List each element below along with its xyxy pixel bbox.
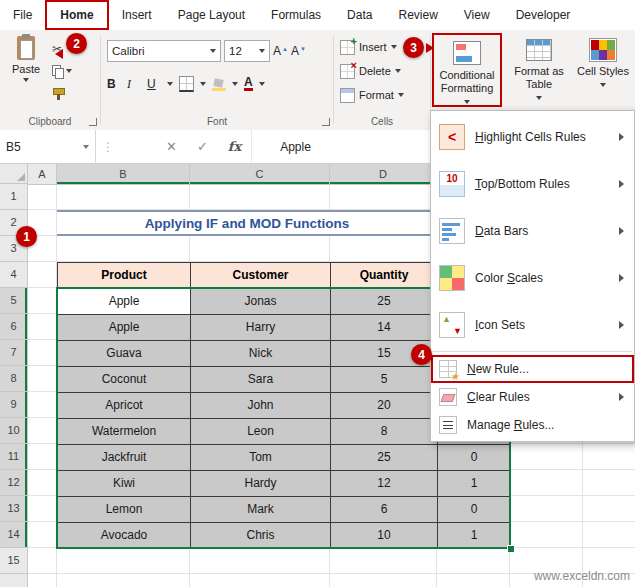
table-header-product[interactable]: Product <box>58 263 191 289</box>
tab-developer[interactable]: Developer <box>503 2 584 28</box>
menu-item-color-scales[interactable]: Color Scales <box>431 254 634 301</box>
tab-review[interactable]: Review <box>385 2 450 28</box>
cell[interactable]: Jackfruit <box>58 445 191 471</box>
fill-handle[interactable] <box>507 545 515 553</box>
row-header-10[interactable]: 10 <box>0 418 27 444</box>
table-header-quantity[interactable]: Quantity <box>331 263 438 289</box>
annotation-step-2: 2 <box>66 33 87 54</box>
select-all-corner[interactable] <box>0 164 28 184</box>
tab-formulas[interactable]: Formulas <box>258 2 334 28</box>
cell[interactable]: 20 <box>331 393 438 419</box>
font-size-select[interactable]: 12 <box>224 40 270 62</box>
font-name-select[interactable]: Calibri <box>107 40 221 62</box>
menu-item-highlight-cells-rules[interactable]: Highlight Cells Rules <box>431 113 634 160</box>
cell[interactable]: 10 <box>331 523 438 549</box>
clipboard-dialog-launcher-icon[interactable] <box>89 118 97 126</box>
row-header-15[interactable]: 15 <box>0 548 27 574</box>
tab-insert[interactable]: Insert <box>109 2 165 28</box>
cancel-icon[interactable]: ✕ <box>156 139 187 154</box>
cell[interactable]: Harry <box>191 315 331 341</box>
cell[interactable]: 25 <box>331 445 438 471</box>
borders-icon[interactable] <box>179 76 194 92</box>
cell[interactable]: 1 <box>438 471 511 497</box>
row-header-9[interactable]: 9 <box>0 392 27 418</box>
tab-page-layout[interactable]: Page Layout <box>165 2 258 28</box>
underline-button[interactable]: U <box>147 77 161 91</box>
increase-font-size-button[interactable]: A <box>273 44 288 58</box>
cell[interactable]: Avocado <box>58 523 191 549</box>
decrease-font-size-button[interactable]: A <box>291 44 306 58</box>
cell[interactable]: Sara <box>191 367 331 393</box>
row-header-6[interactable]: 6 <box>0 314 27 340</box>
cell[interactable]: Apricot <box>58 393 191 419</box>
name-box[interactable]: B5 <box>0 130 96 163</box>
row-header-4[interactable]: 4 <box>0 262 27 288</box>
row-header-12[interactable]: 12 <box>0 470 27 496</box>
conditional-formatting-button[interactable]: Conditional Formatting <box>432 33 502 107</box>
column-header-a[interactable]: A <box>28 164 57 184</box>
cell[interactable]: Nick <box>191 341 331 367</box>
row-header-1[interactable]: 1 <box>0 184 27 210</box>
italic-button[interactable]: I <box>127 77 141 92</box>
row-header-5[interactable]: 5 <box>0 288 27 314</box>
cell[interactable]: Hardy <box>191 471 331 497</box>
cell[interactable]: Tom <box>191 445 331 471</box>
insert-function-icon[interactable]: fx <box>218 139 251 154</box>
tab-home[interactable]: Home <box>45 0 108 30</box>
fill-color-icon[interactable] <box>212 78 226 91</box>
menu-item-new-rule[interactable]: New Rule... <box>431 355 634 383</box>
format-cells-button[interactable]: Format <box>340 86 404 104</box>
cell[interactable]: Lemon <box>58 497 191 523</box>
insert-cells-button[interactable]: Insert <box>340 38 397 56</box>
cell[interactable]: Kiwi <box>58 471 191 497</box>
cell[interactable]: Guava <box>58 341 191 367</box>
enter-icon[interactable]: ✓ <box>187 139 218 154</box>
row-header-14[interactable]: 14 <box>0 522 27 548</box>
cell[interactable]: 0 <box>438 497 511 523</box>
cell[interactable]: Leon <box>191 419 331 445</box>
font-dialog-launcher-icon[interactable] <box>322 118 330 126</box>
menu-item-clear-rules[interactable]: Clear Rules <box>431 383 634 411</box>
cell[interactable]: 0 <box>438 445 511 471</box>
column-header-d[interactable]: D <box>330 164 437 184</box>
cell[interactable]: Coconut <box>58 367 191 393</box>
cell[interactable]: Watermelon <box>58 419 191 445</box>
tab-data[interactable]: Data <box>334 2 385 28</box>
menu-item-data-bars[interactable]: Data Bars <box>431 207 634 254</box>
cell[interactable]: 5 <box>331 367 438 393</box>
format-painter-button[interactable] <box>52 84 92 102</box>
paste-button[interactable]: Paste <box>8 36 44 106</box>
tab-view[interactable]: View <box>451 2 503 28</box>
cell[interactable]: 1 <box>438 523 511 549</box>
tab-file[interactable]: File <box>0 2 45 28</box>
row-header-13[interactable]: 13 <box>0 496 27 522</box>
delete-cells-button[interactable]: Delete <box>340 62 401 80</box>
cell[interactable]: 6 <box>331 497 438 523</box>
menu-item-manage-rules[interactable]: Manage Rules... <box>431 411 634 439</box>
cell[interactable]: John <box>191 393 331 419</box>
cell[interactable]: 8 <box>331 419 438 445</box>
sheet-title-cell[interactable]: Applying IF and MOD Functions <box>57 210 437 236</box>
bold-button[interactable]: B <box>107 77 121 91</box>
cell[interactable]: 25 <box>331 289 438 315</box>
row-header-7[interactable]: 7 <box>0 340 27 366</box>
cell-styles-button[interactable]: Cell Styles <box>574 33 632 107</box>
cell[interactable]: Jonas <box>191 289 331 315</box>
active-cell[interactable]: Apple <box>58 289 191 315</box>
row-header-11[interactable]: 11 <box>0 444 27 470</box>
cell[interactable]: Apple <box>58 315 191 341</box>
column-header-b[interactable]: B <box>57 164 190 184</box>
column-header-c[interactable]: C <box>190 164 330 184</box>
format-as-table-button[interactable]: Format as Table <box>508 33 570 107</box>
menu-item-icon-sets[interactable]: Icon Sets <box>431 301 634 348</box>
menu-item-top-bottom-rules[interactable]: Top/Bottom Rules <box>431 160 634 207</box>
cell[interactable]: Chris <box>191 523 331 549</box>
copy-button[interactable] <box>52 62 92 80</box>
row-header-8[interactable]: 8 <box>0 366 27 392</box>
cell[interactable]: Mark <box>191 497 331 523</box>
cell[interactable]: 12 <box>331 471 438 497</box>
watermark: www.exceldn.com <box>534 569 630 583</box>
font-color-icon[interactable]: A <box>244 77 253 91</box>
cell[interactable]: 14 <box>331 315 438 341</box>
table-header-customer[interactable]: Customer <box>191 263 331 289</box>
